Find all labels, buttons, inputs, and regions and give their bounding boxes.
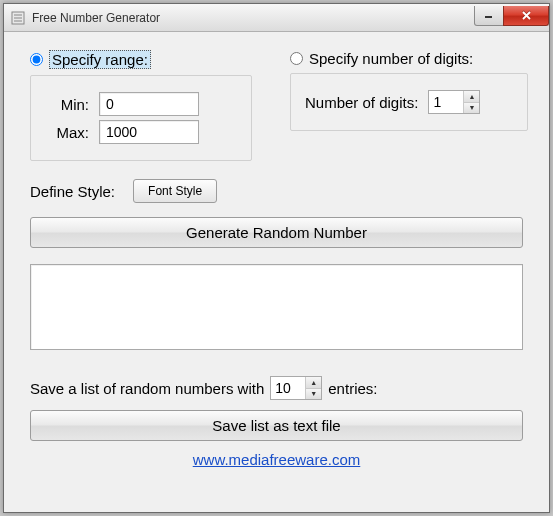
font-style-button[interactable]: Font Style — [133, 179, 217, 203]
save-list-button[interactable]: Save list as text file — [30, 410, 523, 441]
digits-input[interactable] — [429, 91, 463, 113]
digits-spin-down[interactable]: ▼ — [464, 103, 479, 114]
min-label: Min: — [45, 96, 89, 113]
range-group: Min: Max: — [30, 75, 252, 161]
close-button[interactable] — [503, 6, 549, 26]
titlebar: Free Number Generator — [4, 4, 549, 32]
entries-spin-up[interactable]: ▲ — [306, 377, 321, 389]
digits-option[interactable]: Specify number of digits: — [290, 50, 528, 67]
generate-button[interactable]: Generate Random Number — [30, 217, 523, 248]
save-prefix: Save a list of random numbers with — [30, 380, 264, 397]
digits-option-section: Specify number of digits: Number of digi… — [290, 50, 528, 161]
entries-spinner[interactable]: ▲ ▼ — [270, 376, 322, 400]
min-input[interactable] — [99, 92, 199, 116]
output-area — [30, 264, 523, 350]
footer: www.mediafreeware.com — [30, 451, 523, 468]
entries-spin-down[interactable]: ▼ — [306, 389, 321, 400]
app-window: Free Number Generator Specify range: Min… — [3, 3, 550, 513]
range-option[interactable]: Specify range: — [30, 50, 270, 69]
max-input[interactable] — [99, 120, 199, 144]
digits-field-label: Number of digits: — [305, 94, 418, 111]
save-suffix: entries: — [328, 380, 377, 397]
minimize-button[interactable] — [474, 6, 504, 26]
client-area: Specify range: Min: Max: Specify n — [4, 32, 549, 478]
digits-spinner[interactable]: ▲ ▼ — [428, 90, 480, 114]
range-option-section: Specify range: Min: Max: — [30, 50, 270, 161]
footer-link[interactable]: www.mediafreeware.com — [193, 451, 361, 468]
digits-label: Specify number of digits: — [309, 50, 473, 67]
range-radio[interactable] — [30, 53, 43, 66]
entries-input[interactable] — [271, 377, 305, 399]
window-controls — [475, 6, 549, 26]
digits-group: Number of digits: ▲ ▼ — [290, 73, 528, 131]
style-row: Define Style: Font Style — [30, 179, 523, 203]
range-label: Specify range: — [49, 50, 151, 69]
save-row: Save a list of random numbers with ▲ ▼ e… — [30, 376, 523, 400]
window-title: Free Number Generator — [32, 11, 475, 25]
digits-radio[interactable] — [290, 52, 303, 65]
max-label: Max: — [45, 124, 89, 141]
digits-spin-up[interactable]: ▲ — [464, 91, 479, 103]
style-label: Define Style: — [30, 183, 115, 200]
app-icon — [10, 10, 26, 26]
